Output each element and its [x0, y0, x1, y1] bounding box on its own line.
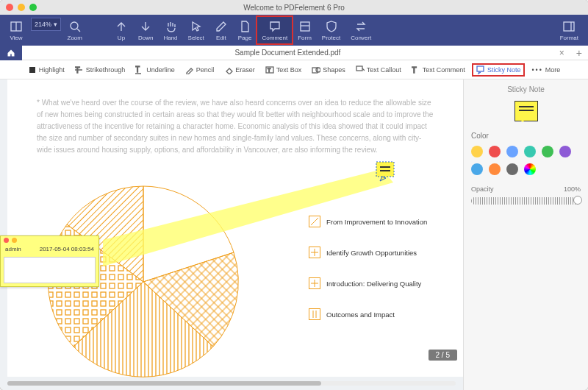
- shapes-icon: [312, 65, 320, 74]
- sticky-close-button[interactable]: [4, 238, 9, 243]
- home-icon: [7, 49, 15, 57]
- color-swatch[interactable]: [542, 146, 553, 157]
- zoom-label: Zoom: [68, 35, 82, 41]
- t: Sticky Note: [487, 66, 521, 74]
- form-icon: [298, 20, 312, 33]
- view-button[interactable]: View: [4, 16, 28, 44]
- color-swatch[interactable]: [471, 163, 483, 175]
- svg-text:T: T: [412, 65, 417, 74]
- comment-label: Comment: [262, 35, 287, 41]
- home-tab[interactable]: [0, 46, 22, 60]
- legend-item: Introduction: Delivering Quality: [309, 277, 427, 289]
- shapes-tool[interactable]: Shapes: [308, 64, 349, 76]
- color-swatch[interactable]: [489, 163, 501, 175]
- sticky-note-icon: [375, 160, 397, 182]
- stickynote-icon: [476, 65, 485, 74]
- opacity-slider[interactable]: [471, 197, 581, 205]
- sticky-timestamp: 2017-05-04 08:03:54: [40, 246, 94, 252]
- textcomment-icon: T: [412, 65, 420, 74]
- color-swatches: [471, 146, 581, 175]
- down-button[interactable]: Down: [133, 16, 158, 44]
- convert-button[interactable]: Convert: [345, 16, 376, 44]
- color-swatch[interactable]: [524, 146, 536, 157]
- format-sidepanel: Sticky Note Color Opacity 100%: [463, 79, 588, 390]
- hand-label: Hand: [163, 35, 177, 41]
- strikethrough-tool[interactable]: TStrikethrough: [71, 64, 129, 76]
- sticky-note-popup[interactable]: admin 2017-05-04 08:03:54: [0, 235, 99, 287]
- color-swatch[interactable]: [489, 146, 501, 157]
- titlebar: Welcome to PDFelement 6 Pro: [0, 0, 588, 15]
- color-swatch[interactable]: [506, 146, 518, 157]
- page-button[interactable]: Page: [233, 16, 257, 44]
- sticky-min-button[interactable]: [12, 238, 17, 243]
- zoom-select[interactable]: 214% ▾: [31, 18, 61, 31]
- sticky-author: admin: [5, 246, 21, 252]
- underline-tool[interactable]: TUnderline: [132, 64, 179, 76]
- legend-swatch-icon: [309, 308, 320, 320]
- sticky-text-input[interactable]: [4, 257, 96, 283]
- body-paragraph: * What we've heard over the course of th…: [37, 97, 434, 156]
- close-tab-button[interactable]: ×: [553, 48, 570, 58]
- app-window: Welcome to PDFelement 6 Pro View 214% ▾ …: [0, 0, 588, 390]
- textcomment-tool[interactable]: TText Comment: [408, 64, 469, 76]
- edit-label: Edit: [216, 35, 226, 41]
- up-button[interactable]: Up: [110, 16, 133, 44]
- form-button[interactable]: Form: [293, 16, 317, 44]
- svg-rect-4: [301, 22, 309, 31]
- t: Shapes: [323, 66, 345, 74]
- svg-rect-25: [376, 162, 394, 177]
- page-icon: [238, 20, 251, 33]
- page-indicator: 2 / 5: [429, 350, 457, 361]
- textbox-tool[interactable]: TText Box: [262, 64, 306, 76]
- more-tools[interactable]: •••More: [528, 65, 564, 75]
- edit-button[interactable]: Edit: [209, 16, 233, 44]
- svg-point-16: [316, 68, 320, 72]
- scrollbar-thumb[interactable]: [7, 381, 321, 386]
- comment-icon: [268, 20, 282, 33]
- t: Text Callout: [367, 66, 401, 74]
- hand-button[interactable]: Hand: [158, 16, 182, 44]
- select-button[interactable]: Select: [183, 16, 209, 44]
- document-viewport[interactable]: * What we've heard over the course of th…: [0, 79, 463, 390]
- zoom-button[interactable]: Zoom: [62, 16, 87, 44]
- new-tab-button[interactable]: +: [570, 47, 588, 59]
- legend-swatch-icon: [309, 216, 320, 227]
- color-label: Color: [471, 132, 581, 140]
- arrow-up-icon: [115, 20, 128, 33]
- t: Text Comment: [423, 66, 465, 74]
- protect-button[interactable]: Protect: [317, 16, 345, 44]
- highlight-tool[interactable]: Highlight: [24, 64, 68, 76]
- color-swatch[interactable]: [506, 163, 518, 175]
- document-tab[interactable]: Sample Document Extended.pdf: [22, 49, 553, 57]
- pencil-tool[interactable]: Pencil: [182, 64, 218, 76]
- down-label: Down: [138, 35, 153, 41]
- strikethrough-icon: T: [75, 65, 84, 74]
- form-label: Form: [298, 35, 312, 41]
- legend-label: From Improvement to Innovation: [326, 218, 427, 226]
- main-toolbar: View 214% ▾ Zoom Up Down Hand Select Edi…: [0, 15, 588, 46]
- shield-icon: [325, 20, 338, 33]
- t: Strikethrough: [86, 66, 126, 74]
- sticky-note-annotation[interactable]: [375, 160, 397, 185]
- horizontal-scrollbar[interactable]: [7, 381, 456, 386]
- zoom-icon: [68, 20, 82, 33]
- view-label: View: [10, 35, 22, 41]
- cursor-icon: [190, 20, 203, 33]
- color-swatch[interactable]: [559, 146, 571, 157]
- content-area: * What we've heard over the course of th…: [0, 79, 588, 390]
- comment-button[interactable]: Comment: [257, 16, 293, 44]
- view-icon: [10, 20, 23, 33]
- slider-knob[interactable]: [573, 196, 582, 205]
- format-button[interactable]: Format: [555, 16, 584, 44]
- legend-label: Introduction: Delivering Quality: [326, 280, 421, 288]
- comment-subtoolbar: Highlight TStrikethrough TUnderline Penc…: [0, 60, 588, 79]
- stickynote-tool[interactable]: Sticky Note: [472, 63, 526, 77]
- t: Pencil: [196, 66, 215, 74]
- eraser-tool[interactable]: Eraser: [220, 64, 259, 76]
- up-label: Up: [118, 35, 125, 41]
- sticky-preview-icon: [514, 101, 538, 121]
- color-picker-button[interactable]: [524, 163, 536, 175]
- protect-label: Protect: [322, 35, 340, 41]
- textcallout-tool[interactable]: Text Callout: [352, 64, 405, 76]
- color-swatch[interactable]: [471, 146, 483, 157]
